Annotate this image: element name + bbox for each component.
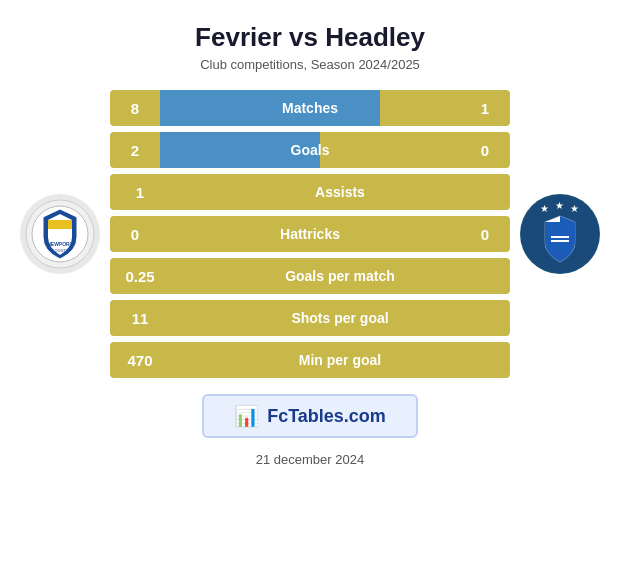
stat-row-min-per-goal: 470Min per goal: [110, 342, 510, 378]
svg-text:★: ★: [555, 200, 564, 211]
stat-left-goals: 2: [110, 142, 160, 159]
stat-left-min-per-goal: 470: [110, 352, 170, 369]
stat-left-matches: 8: [110, 100, 160, 117]
stat-row-goals-per-match: 0.25Goals per match: [110, 258, 510, 294]
stat-row-goals: 2Goals0: [110, 132, 510, 168]
svg-text:COUNTY: COUNTY: [52, 248, 69, 253]
stat-right-matches: 1: [460, 100, 510, 117]
stat-label-hattricks: Hattricks: [160, 226, 460, 242]
stat-row-assists: 1Assists: [110, 174, 510, 210]
stat-right-hattricks: 0: [460, 226, 510, 243]
stat-right-goals: 0: [460, 142, 510, 159]
stats-container: 8Matches12Goals01Assists0Hattricks00.25G…: [110, 90, 510, 378]
stat-label-min-per-goal: Min per goal: [170, 352, 510, 368]
left-club-logo: NEWPORT COUNTY: [10, 194, 110, 274]
stat-label-goals: Goals: [160, 142, 460, 158]
stat-row-matches: 8Matches1: [110, 90, 510, 126]
stat-row-shots-per-goal: 11Shots per goal: [110, 300, 510, 336]
stat-label-matches: Matches: [160, 100, 460, 116]
stat-label-shots-per-goal: Shots per goal: [170, 310, 510, 326]
footer-date: 21 december 2024: [256, 452, 364, 467]
stat-row-hattricks: 0Hattricks0: [110, 216, 510, 252]
stat-left-hattricks: 0: [110, 226, 160, 243]
brand-icon: 📊: [234, 404, 259, 428]
svg-text:★: ★: [570, 203, 579, 214]
stat-left-goals-per-match: 0.25: [110, 268, 170, 285]
stat-label-assists: Assists: [170, 184, 510, 200]
svg-text:★: ★: [540, 203, 549, 214]
brand-box: 📊 FcTables.com: [202, 394, 418, 438]
stat-left-shots-per-goal: 11: [110, 310, 170, 327]
right-club-logo: ★ ★ ★: [510, 194, 610, 274]
stat-left-assists: 1: [110, 184, 170, 201]
page-title: Fevrier vs Headley: [195, 22, 425, 53]
subtitle: Club competitions, Season 2024/2025: [200, 57, 420, 72]
stat-label-goals-per-match: Goals per match: [170, 268, 510, 284]
svg-text:NEWPORT: NEWPORT: [47, 241, 73, 247]
brand-text: FcTables.com: [267, 406, 386, 427]
